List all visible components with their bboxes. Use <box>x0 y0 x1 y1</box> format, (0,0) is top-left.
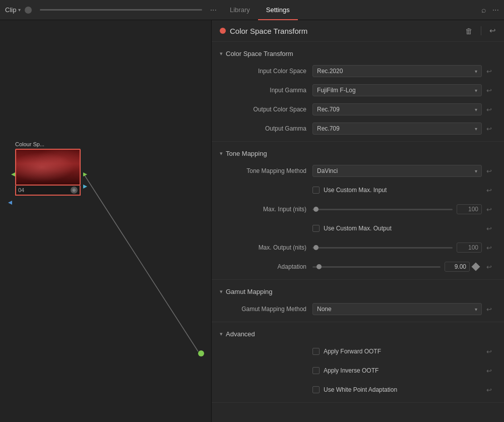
output-gamma-label: Output Gamma <box>212 125 312 132</box>
apply-inverse-ootf-reset[interactable]: ↩ <box>482 364 496 378</box>
apply-forward-ootf-checkbox[interactable] <box>312 348 320 355</box>
max-output-label: Max. Output (nits) <box>212 244 312 251</box>
section-gamut-mapping-header[interactable]: ▾ Gamut Mapping <box>212 285 504 299</box>
node-thumbnail-inner <box>16 150 80 185</box>
section-gamut-mapping: ▾ Gamut Mapping Gamut Mapping Method Non… <box>212 280 504 322</box>
adaptation-control: 9.00 <box>312 262 482 272</box>
input-gamma-control: FujiFilm F-Log ▾ <box>312 84 482 96</box>
input-gamma-reset[interactable]: ↩ <box>482 83 496 97</box>
use-custom-max-input-reset[interactable]: ↩ <box>482 183 496 197</box>
dropdown-arrow-icon: ▾ <box>475 69 477 74</box>
max-input-slider-thumb[interactable] <box>313 207 319 212</box>
top-more-button[interactable]: ··· <box>210 6 217 15</box>
chevron-icon: ▾ <box>220 50 223 57</box>
output-color-space-dropdown[interactable]: Rec.709 ▾ <box>312 103 482 115</box>
tone-mapping-method-value: DaVinci <box>317 167 338 174</box>
max-input-value: 100 <box>457 204 482 214</box>
adaptation-value: 9.00 <box>445 262 470 272</box>
output-gamma-value: Rec.709 <box>317 125 340 132</box>
adaptation-reset[interactable]: ↩ <box>482 260 496 274</box>
clip-label[interactable]: Clip ▾ <box>5 6 21 14</box>
use-custom-max-input-area: Use Custom Max. Input <box>312 187 482 194</box>
node-icon-button[interactable]: ⊕ <box>71 187 78 194</box>
max-input-control: 100 <box>312 204 482 214</box>
gamut-mapping-method-dropdown[interactable]: None ▾ <box>312 303 482 315</box>
node-area: Colour Sp... 04 ⊕ <box>0 20 211 422</box>
adaptation-keyframe-icon[interactable] <box>472 263 480 271</box>
apply-forward-ootf-reset[interactable]: ↩ <box>482 344 496 358</box>
tab-settings[interactable]: Settings <box>258 0 298 20</box>
adaptation-slider-thumb[interactable] <box>317 264 322 269</box>
top-slider[interactable] <box>40 9 202 11</box>
section-tone-mapping-title: Tone Mapping <box>226 150 267 157</box>
max-input-reset[interactable]: ↩ <box>482 202 496 216</box>
output-color-space-row: Output Color Space Rec.709 ▾ ↩ <box>212 100 504 119</box>
section-advanced: ▾ Advanced Apply Forward OOTF ↩ Apply In… <box>212 322 504 403</box>
section-color-space-transform-header[interactable]: ▾ Color Space Transform <box>212 47 504 62</box>
node-thumbnail <box>15 149 81 186</box>
gamut-mapping-method-reset[interactable]: ↩ <box>482 302 496 316</box>
max-output-slider-track[interactable] <box>312 247 453 249</box>
top-icons: ⌕ ··· <box>481 6 499 15</box>
main-content: Colour Sp... 04 ⊕ <box>0 20 504 422</box>
apply-forward-ootf-row: Apply Forward OOTF ↩ <box>212 342 504 361</box>
apply-inverse-ootf-area: Apply Inverse OOTF <box>312 367 482 374</box>
tone-mapping-method-dropdown[interactable]: DaVinci ▾ <box>312 165 482 177</box>
node-label: Colour Sp... <box>15 141 81 147</box>
tone-mapping-method-label: Tone Mapping Method <box>212 167 312 174</box>
reset-all-button[interactable]: ↩ <box>489 26 496 35</box>
delete-button[interactable]: 🗑 <box>465 27 473 35</box>
apply-inverse-ootf-checkbox[interactable] <box>312 367 320 374</box>
tab-library[interactable]: Library <box>222 0 258 20</box>
input-color-space-dropdown[interactable]: Rec.2020 ▾ <box>312 65 482 77</box>
use-custom-max-output-reset[interactable]: ↩ <box>482 221 496 235</box>
use-white-point-checkbox[interactable] <box>312 386 320 393</box>
dropdown-arrow-icon: ▾ <box>475 126 477 132</box>
search-icon[interactable]: ⌕ <box>481 6 486 15</box>
chevron-icon: ▾ <box>220 150 223 157</box>
input-gamma-dropdown[interactable]: FujiFilm F-Log ▾ <box>312 84 482 96</box>
connector-input-blue <box>8 201 12 205</box>
node-number: 04 <box>18 187 24 193</box>
max-output-row: Max. Output (nits) 100 ↩ <box>212 238 504 257</box>
svg-line-0 <box>85 175 198 351</box>
adaptation-slider-track[interactable] <box>312 266 440 268</box>
output-gamma-reset[interactable]: ↩ <box>482 122 496 136</box>
node-icon: ⊕ <box>72 188 76 193</box>
node-card[interactable]: Colour Sp... 04 ⊕ <box>15 141 81 196</box>
output-color-space-value: Rec.709 <box>317 106 340 113</box>
more-icon[interactable]: ··· <box>492 6 499 15</box>
use-custom-max-output-row: Use Custom Max. Output ↩ <box>212 219 504 238</box>
apply-forward-ootf-area: Apply Forward OOTF <box>312 348 482 355</box>
input-gamma-row: Input Gamma FujiFilm F-Log ▾ ↩ <box>212 81 504 100</box>
max-output-slider-thumb[interactable] <box>313 245 319 250</box>
enable-toggle[interactable] <box>220 28 226 34</box>
section-color-space-transform-title: Color Space Transform <box>226 50 293 57</box>
top-bar-left: Clip ▾ ··· <box>5 6 217 15</box>
input-color-space-reset[interactable]: ↩ <box>482 64 496 78</box>
section-color-space-transform: ▾ Color Space Transform Input Color Spac… <box>212 42 504 142</box>
section-tone-mapping-header[interactable]: ▾ Tone Mapping <box>212 147 504 161</box>
max-input-slider-track[interactable] <box>312 209 453 210</box>
section-advanced-header[interactable]: ▾ Advanced <box>212 327 504 342</box>
adaptation-label: Adaptation <box>212 263 312 270</box>
chevron-icon: ▾ <box>220 331 223 337</box>
max-output-reset[interactable]: ↩ <box>482 240 496 255</box>
input-color-space-value: Rec.2020 <box>317 68 343 75</box>
settings-title: Color Space Transform <box>230 27 307 35</box>
dropdown-arrow-icon: ▾ <box>475 107 477 112</box>
output-gamma-dropdown[interactable]: Rec.709 ▾ <box>312 123 482 135</box>
tone-mapping-method-reset[interactable]: ↩ <box>482 164 496 178</box>
connector-output-blue <box>83 185 87 189</box>
tone-mapping-method-row: Tone Mapping Method DaVinci ▾ ↩ <box>212 161 504 180</box>
output-color-space-reset[interactable]: ↩ <box>482 102 496 116</box>
use-white-point-reset[interactable]: ↩ <box>482 383 496 397</box>
use-custom-max-output-checkbox[interactable] <box>312 225 320 232</box>
use-custom-max-input-checkbox[interactable] <box>312 187 320 194</box>
use-custom-max-input-row: Use Custom Max. Input ↩ <box>212 180 504 200</box>
gamut-mapping-method-value: None <box>317 306 332 313</box>
adaptation-row: Adaptation 9.00 ↩ <box>212 257 504 276</box>
top-bar: Clip ▾ ··· Library Settings ⌕ ··· <box>0 0 504 20</box>
input-color-space-row: Input Color Space Rec.2020 ▾ ↩ <box>212 62 504 81</box>
input-gamma-value: FujiFilm F-Log <box>317 87 356 94</box>
